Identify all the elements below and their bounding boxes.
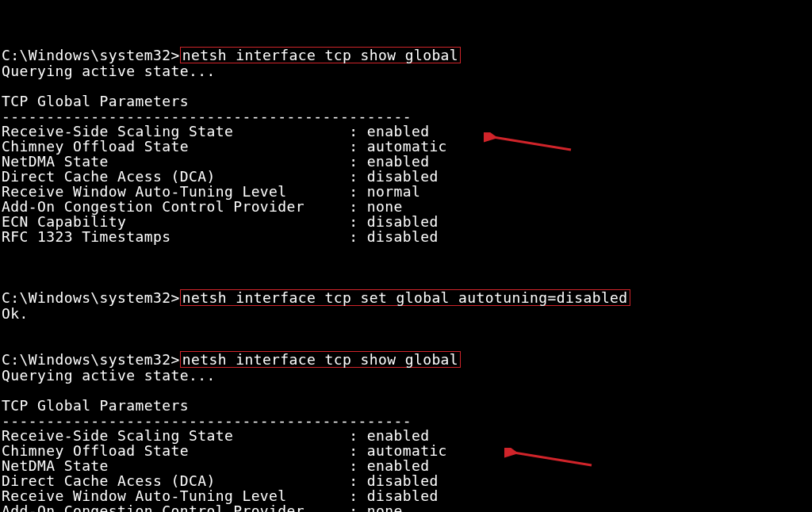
param-label: Add-On Congestion Control Provider: [2, 502, 349, 512]
command-highlight-box: netsh interface tcp show global: [180, 351, 461, 368]
param-row: Direct Cache Acess (DCA) : disabled: [2, 168, 439, 185]
command-highlight-box: netsh interface tcp show global: [180, 47, 461, 63]
section-title: TCP Global Parameters: [2, 93, 189, 109]
param-row: RFC 1323 Timestamps : disabled: [2, 228, 439, 245]
param-label: NetDMA State: [2, 153, 349, 170]
param-value: : enabled: [349, 427, 429, 444]
prompt-text: C:\Windows\system32>: [2, 47, 180, 63]
divider-line: ----------------------------------------…: [2, 412, 412, 429]
command-text: netsh interface tcp show global: [182, 351, 458, 368]
terminal-window[interactable]: C:\Windows\system32>netsh interface tcp …: [0, 0, 812, 512]
param-row: NetDMA State : enabled: [2, 153, 429, 170]
param-row: ECN Capability : disabled: [2, 213, 439, 230]
prompt-text: C:\Windows\system32>: [2, 351, 180, 368]
param-label: Add-On Congestion Control Provider: [2, 198, 349, 215]
param-row: Chimney Offload State : automatic: [2, 442, 447, 459]
param-value: : disabled: [349, 213, 438, 230]
svg-line-0: [493, 137, 571, 150]
param-value: : disabled: [349, 228, 438, 245]
param-row: Direct Cache Acess (DCA) : disabled: [2, 472, 439, 489]
param-value: : disabled: [349, 168, 438, 185]
param-value: : disabled: [349, 487, 438, 504]
param-label: RFC 1323 Timestamps: [2, 228, 349, 245]
param-label: Chimney Offload State: [2, 442, 349, 459]
command-text: netsh interface tcp set global autotunin…: [182, 289, 628, 306]
output-line: Querying active state...: [2, 367, 216, 384]
output-line: Ok.: [2, 305, 29, 322]
param-value: : automatic: [349, 442, 447, 459]
param-row: Add-On Congestion Control Provider : non…: [2, 502, 403, 512]
param-row: Receive-Side Scaling State : enabled: [2, 123, 429, 139]
param-value: : enabled: [349, 457, 429, 474]
param-value: : disabled: [349, 472, 438, 489]
param-value: : enabled: [349, 123, 429, 139]
param-label: Chimney Offload State: [2, 138, 349, 155]
param-label: ECN Capability: [2, 213, 349, 230]
param-row: Add-On Congestion Control Provider : non…: [2, 198, 403, 215]
divider-line: ----------------------------------------…: [2, 108, 412, 124]
param-value: : none: [349, 502, 402, 512]
prompt-text: C:\Windows\system32>: [2, 289, 180, 306]
param-label: NetDMA State: [2, 457, 349, 474]
param-label: Receive Window Auto-Tuning Level: [2, 183, 349, 200]
param-label: Receive-Side Scaling State: [2, 427, 349, 444]
annotation-arrow-icon: [504, 448, 599, 472]
command-text: netsh interface tcp show global: [182, 47, 458, 63]
param-value: : none: [349, 198, 402, 215]
section-title: TCP Global Parameters: [2, 397, 189, 414]
param-value: : enabled: [349, 153, 429, 170]
svg-line-1: [514, 453, 592, 465]
param-row: NetDMA State : enabled: [2, 457, 429, 474]
param-label: Direct Cache Acess (DCA): [2, 168, 349, 185]
param-row: Chimney Offload State : automatic: [2, 138, 447, 155]
param-row: Receive Window Auto-Tuning Level : disab…: [2, 487, 439, 504]
param-row: Receive Window Auto-Tuning Level : norma…: [2, 183, 420, 200]
param-label: Receive-Side Scaling State: [2, 123, 349, 139]
param-label: Direct Cache Acess (DCA): [2, 472, 349, 489]
param-row: Receive-Side Scaling State : enabled: [2, 427, 429, 444]
annotation-arrow-icon: [484, 132, 579, 156]
param-label: Receive Window Auto-Tuning Level: [2, 487, 349, 504]
param-value: : normal: [349, 183, 420, 200]
command-highlight-box: netsh interface tcp set global autotunin…: [180, 289, 630, 306]
output-line: Querying active state...: [2, 63, 216, 79]
param-value: : automatic: [349, 138, 447, 155]
